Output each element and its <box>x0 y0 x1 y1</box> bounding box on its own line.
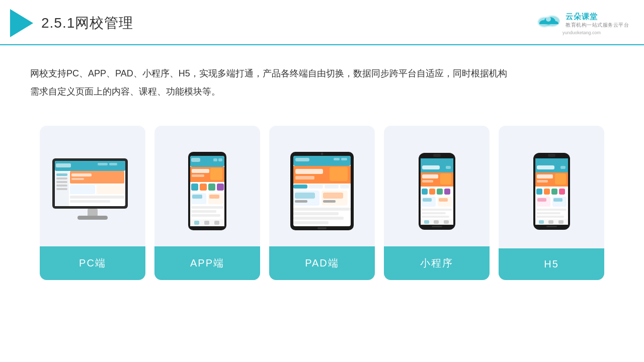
svg-point-4 <box>546 17 551 22</box>
svg-rect-44 <box>209 195 219 199</box>
description-line2: 需求自定义页面上的内容、课程、功能模块等。 <box>30 82 614 101</box>
pad-label: PAD端 <box>269 246 375 280</box>
svg-rect-97 <box>439 198 448 202</box>
svg-rect-39 <box>208 184 215 191</box>
svg-rect-31 <box>213 158 217 161</box>
svg-rect-72 <box>323 200 336 203</box>
svg-rect-93 <box>444 189 450 195</box>
svg-rect-34 <box>192 169 209 173</box>
svg-rect-102 <box>424 220 429 224</box>
svg-rect-15 <box>56 185 67 187</box>
svg-rect-17 <box>70 171 124 184</box>
cloud-icon <box>534 11 562 29</box>
svg-rect-23 <box>70 200 110 203</box>
app-phone-icon <box>187 151 227 231</box>
svg-rect-64 <box>309 185 323 189</box>
card-miniapp: 小程序 <box>384 126 490 280</box>
card-app: APP端 <box>154 126 260 280</box>
svg-rect-10 <box>109 163 117 165</box>
svg-rect-125 <box>553 198 562 202</box>
app-label: APP端 <box>154 246 260 280</box>
brand-text-group: 云朵课堂 教育机构一站式服务云平台 <box>566 12 629 29</box>
svg-rect-126 <box>536 209 567 211</box>
brand-icon-row: 云朵课堂 教育机构一站式服务云平台 <box>534 11 629 29</box>
svg-rect-60 <box>295 169 323 174</box>
device-cards-container: PC端 <box>0 116 644 295</box>
svg-rect-121 <box>559 189 565 195</box>
svg-rect-130 <box>539 220 544 224</box>
svg-rect-82 <box>421 158 453 163</box>
svg-rect-99 <box>422 212 446 214</box>
svg-rect-18 <box>71 173 92 176</box>
svg-rect-61 <box>295 176 314 179</box>
svg-rect-38 <box>200 184 207 191</box>
svg-rect-91 <box>429 189 435 195</box>
svg-rect-22 <box>70 196 124 199</box>
svg-rect-96 <box>423 198 432 202</box>
brand-tagline: 教育机构一站式服务云平台 <box>566 22 629 29</box>
title-main: 网校管理 <box>75 15 133 31</box>
svg-rect-19 <box>71 178 84 180</box>
svg-rect-14 <box>56 181 67 183</box>
svg-rect-133 <box>546 226 557 227</box>
svg-rect-63 <box>293 185 307 189</box>
page-title: 2.5.1网校管理 <box>41 14 133 33</box>
svg-rect-110 <box>535 158 568 163</box>
svg-rect-116 <box>537 180 548 183</box>
svg-rect-117 <box>555 173 566 185</box>
pc-monitor-icon <box>50 156 135 226</box>
svg-point-54 <box>321 153 324 155</box>
svg-rect-8 <box>56 163 71 167</box>
svg-rect-32 <box>218 158 222 161</box>
svg-rect-9 <box>98 163 108 165</box>
brand-logo: 云朵课堂 教育机构一站式服务云平台 yunduoketang.com <box>534 11 629 35</box>
app-image-area <box>154 136 260 246</box>
svg-rect-105 <box>432 226 442 227</box>
svg-rect-58 <box>341 158 347 160</box>
svg-rect-128 <box>536 216 564 218</box>
svg-rect-98 <box>422 209 452 211</box>
svg-rect-25 <box>77 216 108 220</box>
svg-rect-46 <box>191 210 216 213</box>
svg-rect-127 <box>536 212 560 214</box>
svg-rect-47 <box>191 214 220 217</box>
svg-rect-36 <box>210 168 222 180</box>
svg-rect-113 <box>560 166 566 169</box>
svg-rect-35 <box>192 174 204 177</box>
svg-rect-69 <box>295 193 315 199</box>
svg-rect-84 <box>422 165 440 169</box>
card-pc: PC端 <box>40 126 145 280</box>
svg-rect-37 <box>191 184 198 191</box>
svg-rect-65 <box>325 185 339 189</box>
svg-rect-77 <box>317 227 327 229</box>
pc-label: PC端 <box>40 246 145 280</box>
brand-url: yunduoketang.com <box>562 30 601 35</box>
svg-rect-120 <box>551 189 557 195</box>
svg-rect-76 <box>293 221 329 224</box>
svg-rect-87 <box>422 174 438 178</box>
svg-rect-89 <box>440 173 451 185</box>
svg-rect-131 <box>548 220 553 224</box>
svg-rect-56 <box>295 158 309 161</box>
svg-rect-85 <box>446 166 451 169</box>
card-h5: H5 <box>499 126 604 280</box>
svg-rect-57 <box>334 158 340 160</box>
svg-rect-75 <box>293 217 344 220</box>
svg-rect-100 <box>422 216 449 218</box>
svg-rect-62 <box>330 167 348 181</box>
svg-rect-21 <box>97 185 124 194</box>
svg-rect-115 <box>537 174 553 178</box>
svg-rect-88 <box>422 180 433 183</box>
h5-label: H5 <box>499 248 604 280</box>
miniapp-label: 小程序 <box>384 246 490 280</box>
svg-rect-71 <box>295 200 307 203</box>
h5-image-area <box>499 136 604 246</box>
svg-rect-40 <box>217 184 224 191</box>
miniapp-phone-icon <box>418 152 456 230</box>
svg-rect-118 <box>536 189 542 195</box>
pc-image-area <box>40 136 145 246</box>
svg-rect-74 <box>293 212 339 215</box>
page-header: 2.5.1网校管理 云朵课堂 教育机构一站式服务云平台 yunduoketang… <box>0 0 644 45</box>
svg-rect-92 <box>437 189 443 195</box>
svg-rect-124 <box>537 198 546 202</box>
